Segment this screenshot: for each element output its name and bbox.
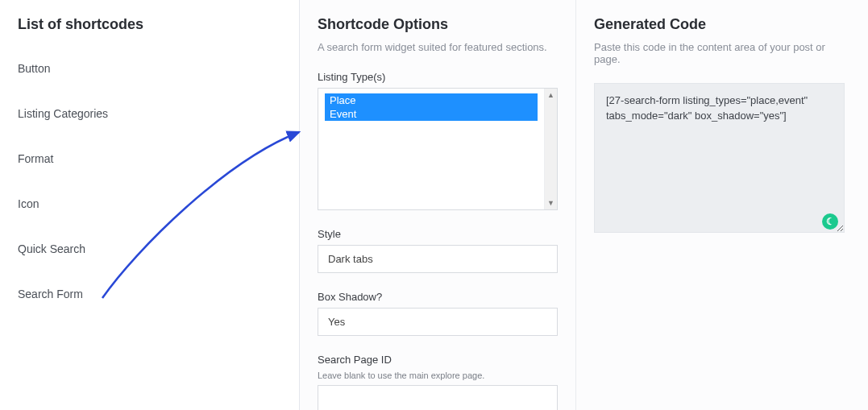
generated-code-panel: Generated Code Paste this code in the co… xyxy=(576,0,868,410)
listing-types-group: Listing Type(s) Place Event ▲ ▼ xyxy=(318,71,558,210)
listing-types-label: Listing Type(s) xyxy=(318,71,558,83)
box-shadow-group: Box Shadow? xyxy=(318,291,558,336)
search-page-id-input[interactable] xyxy=(318,385,558,410)
shortcode-list: Button Listing Categories Format Icon Qu… xyxy=(18,41,281,317)
shortcodes-list-panel: List of shortcodes Button Listing Catego… xyxy=(0,0,300,410)
scroll-down-icon[interactable]: ▼ xyxy=(545,197,557,209)
listing-type-option-event[interactable]: Event xyxy=(325,107,538,121)
style-label: Style xyxy=(318,228,558,240)
search-page-id-note: Leave blank to use the main explore page… xyxy=(318,371,558,380)
generated-code-subtitle: Paste this code in the content area of y… xyxy=(594,41,850,65)
listing-type-option-place[interactable]: Place xyxy=(325,93,538,107)
style-input[interactable] xyxy=(318,245,558,273)
shortcode-item-format[interactable]: Format xyxy=(18,136,281,181)
search-page-id-group: Search Page ID Leave blank to use the ma… xyxy=(318,354,558,410)
shortcode-options-panel: Shortcode Options A search form widget s… xyxy=(300,0,576,410)
style-group: Style xyxy=(318,228,558,273)
box-shadow-input[interactable] xyxy=(318,308,558,336)
search-page-id-label: Search Page ID xyxy=(318,354,558,366)
help-badge-icon[interactable]: ☾ xyxy=(822,213,838,230)
shortcodes-heading: List of shortcodes xyxy=(18,16,281,33)
box-shadow-label: Box Shadow? xyxy=(318,291,558,303)
shortcode-item-icon[interactable]: Icon xyxy=(18,181,281,226)
options-subtitle: A search form widget suited for featured… xyxy=(318,41,558,53)
generated-code-textarea[interactable] xyxy=(594,83,845,233)
generated-code-heading: Generated Code xyxy=(594,16,850,33)
shortcode-item-search-form[interactable]: Search Form xyxy=(18,271,281,317)
options-heading: Shortcode Options xyxy=(318,16,558,33)
shortcode-item-quick-search[interactable]: Quick Search xyxy=(18,226,281,271)
listing-types-listbox[interactable]: Place Event ▲ ▼ xyxy=(318,88,558,210)
scroll-up-icon[interactable]: ▲ xyxy=(545,89,557,101)
shortcode-item-button[interactable]: Button xyxy=(18,41,281,91)
listbox-scrollbar[interactable]: ▲ ▼ xyxy=(544,89,557,209)
shortcode-item-listing-categories[interactable]: Listing Categories xyxy=(18,91,281,136)
